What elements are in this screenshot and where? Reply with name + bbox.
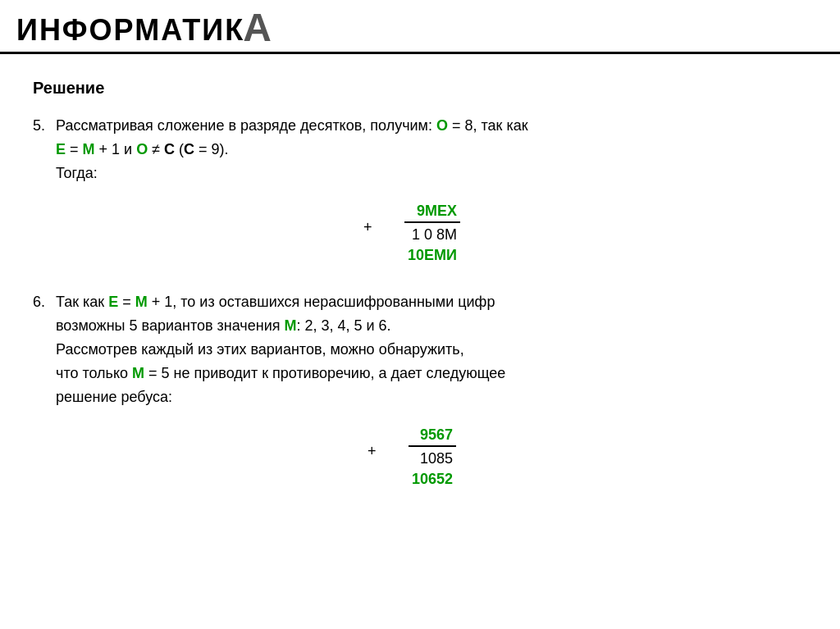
page-header: ИНФОРМАТИКА [0, 0, 840, 54]
math-cell2-row1: 9567 [409, 425, 456, 446]
problem-6-line4: что только М = 5 не приводит к противоре… [56, 362, 807, 385]
problem-5-number: 5. [33, 114, 56, 138]
problem-5-line3: Тогда: [56, 162, 807, 185]
math-inner-1: + 9МЕХ 1 0 8М 10ЕМИ [380, 201, 460, 266]
problem-5-line1: Рассматривая сложение в разряде десятков… [56, 114, 528, 138]
math-cell-row2: 1 0 8М [404, 222, 460, 245]
problem-6-text: 6. Так как Е = М + 1, то из оставшихся н… [33, 290, 807, 408]
math-block-1: + 9МЕХ 1 0 8М 10ЕМИ [33, 201, 807, 266]
math-cell-result: 10ЕМИ [404, 245, 460, 266]
problem-5-text: 5. Рассматривая сложение в разряде десят… [33, 114, 807, 185]
math-row2-2: 1085 [409, 446, 456, 469]
math-row2-1: 9567 [409, 425, 456, 446]
math-row2-result: 10652 [409, 469, 456, 490]
math-block-2: + 9567 1085 10652 [33, 425, 807, 490]
math-plus-2: + [368, 443, 377, 460]
problem-6: 6. Так как Е = М + 1, то из оставшихся н… [33, 290, 807, 490]
math-table-1: 9МЕХ 1 0 8М 10ЕМИ [404, 201, 460, 266]
problem-6-line2: возможны 5 вариантов значения М: 2, 3, 4… [56, 314, 807, 338]
problem-6-line5: решение ребуса: [56, 385, 807, 409]
problem-5: 5. Рассматривая сложение в разряде десят… [33, 114, 807, 266]
math-table-2: 9567 1085 10652 [409, 425, 456, 490]
section-title: Решение [33, 79, 807, 98]
main-content: Решение 5. Рассматривая сложение в разря… [0, 54, 840, 531]
math-cell-row1: 9МЕХ [404, 201, 460, 222]
problem-6-line3: Рассмотрев каждый из этих вариантов, мож… [56, 338, 807, 362]
math-row-1: 9МЕХ [404, 201, 460, 222]
header-title: ИНФОРМАТИК [16, 13, 244, 48]
math-cell2-row2: 1085 [409, 446, 456, 469]
math-row-result: 10ЕМИ [404, 245, 460, 266]
header-a: А [243, 8, 272, 48]
problem-6-line1: 6. Так как Е = М + 1, то из оставшихся н… [33, 290, 807, 314]
math-plus-1: + [363, 219, 372, 236]
problem-5-line2: Е = М + 1 и О ≠ С (С = 9). [56, 138, 807, 162]
math-cell2-result: 10652 [409, 469, 456, 490]
math-row-2: 1 0 8М [404, 222, 460, 245]
problem-6-number: 6. [33, 290, 56, 314]
math-inner-2: + 9567 1085 10652 [384, 425, 456, 490]
